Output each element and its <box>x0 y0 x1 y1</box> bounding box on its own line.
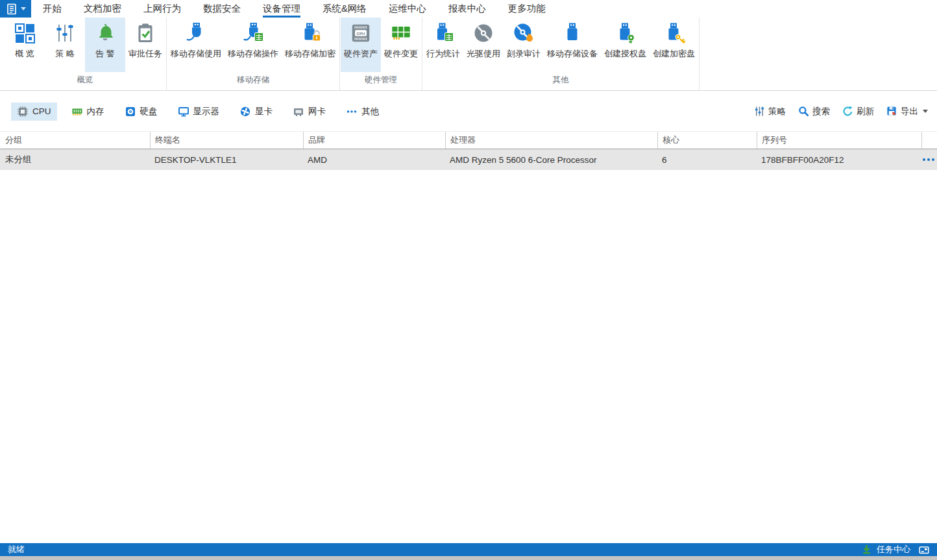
menu-tab-doc-encrypt[interactable]: 文档加密 <box>84 0 121 18</box>
ribbon-button-label: 概 览 <box>15 48 34 60</box>
ribbon-button-removable-operations[interactable]: 移动存储操作 <box>225 18 282 72</box>
menu-tab-device-management[interactable]: 设备管理 <box>263 0 300 18</box>
task-center-label: 任务中心 <box>877 544 910 555</box>
ribbon-button-label: 移动存储使用 <box>171 48 221 60</box>
ribbon-button-approval-tasks[interactable]: 审批任务 <box>125 18 165 72</box>
app-menu-button[interactable] <box>0 0 31 18</box>
network-card-icon <box>293 106 304 117</box>
ribbon-button-removable-devices[interactable]: 移动存储设备 <box>544 18 601 72</box>
column-header-terminal-name[interactable]: 终端名 <box>150 132 303 149</box>
ribbon-button-label: 告 警 <box>95 48 115 60</box>
search-button[interactable]: 搜索 <box>798 106 830 117</box>
usb-stick-icon <box>561 21 583 45</box>
menu-tabs: 开始 文档加密 上网行为 数据安全 设备管理 系统&网络 运维中心 报表中心 更… <box>43 0 546 18</box>
clipboard-check-icon <box>134 21 156 45</box>
filter-label: 显示器 <box>193 106 220 117</box>
menu-tab-data-security[interactable]: 数据安全 <box>203 0 241 18</box>
column-header-actions <box>921 132 937 149</box>
export-button[interactable]: 导出 <box>886 106 928 117</box>
column-header-cores[interactable]: 核心 <box>657 132 757 149</box>
row-more-actions-button[interactable] <box>921 157 937 162</box>
ribbon-group-other: 行为统计 光驱使用 <box>422 18 700 90</box>
filter-label: 硬盘 <box>140 106 158 117</box>
export-icon <box>886 106 897 117</box>
cell-brand: AMD <box>303 155 445 165</box>
filter-monitor[interactable]: 显示器 <box>172 103 226 121</box>
menu-tab-report-center[interactable]: 报表中心 <box>448 0 486 18</box>
gpu-fan-icon <box>239 106 251 117</box>
download-icon <box>861 544 872 555</box>
search-icon <box>798 106 809 117</box>
filter-label: 网卡 <box>308 106 326 117</box>
menubar: 开始 文档加密 上网行为 数据安全 设备管理 系统&网络 运维中心 报表中心 更… <box>0 0 937 18</box>
ribbon: 概 览 策 略 <box>0 18 937 91</box>
menu-tab-web-behavior[interactable]: 上网行为 <box>143 0 181 18</box>
bottom-edge-strip <box>0 556 937 560</box>
ribbon-group-hardware-management: CPU 硬件资产 <box>340 18 422 90</box>
harddisk-icon <box>125 106 136 117</box>
ribbon-button-policy[interactable]: 策 略 <box>45 18 85 72</box>
menu-tab-system-network[interactable]: 系统&网络 <box>322 0 367 18</box>
filter-label: 其他 <box>361 106 379 117</box>
ribbon-button-create-encrypted-disk[interactable]: 创建加密盘 <box>650 18 698 72</box>
filter-label: CPU <box>32 106 51 116</box>
sliders-icon <box>54 21 76 45</box>
column-header-serial[interactable]: 序列号 <box>757 132 921 149</box>
action-label: 策略 <box>768 106 786 117</box>
chevron-down-icon <box>923 110 928 113</box>
ribbon-button-label: 光驱使用 <box>467 48 500 60</box>
memory-icon <box>71 106 83 117</box>
usb-plug-table-icon <box>242 21 264 45</box>
bell-icon <box>94 21 116 45</box>
ribbon-group-overview: 概 览 策 略 <box>4 18 167 90</box>
usb-award-icon <box>615 21 637 45</box>
menu-tab-more-features[interactable]: 更多功能 <box>508 0 546 18</box>
menu-tab-ops-center[interactable]: 运维中心 <box>389 0 426 18</box>
filter-gpu[interactable]: 显卡 <box>234 103 278 121</box>
task-center-button[interactable]: 任务中心 <box>861 544 929 555</box>
filter-other[interactable]: 其他 <box>340 103 385 121</box>
ribbon-button-removable-encryption[interactable]: 移动存储加密 <box>282 18 339 72</box>
column-header-brand[interactable]: 品牌 <box>303 132 445 149</box>
ribbon-button-label: 硬件资产 <box>344 48 378 60</box>
ribbon-button-label: 移动存储加密 <box>285 48 335 60</box>
usb-stats-icon <box>432 21 454 45</box>
filter-harddisk[interactable]: 硬盘 <box>119 103 164 121</box>
ellipsis-icon <box>922 157 935 162</box>
status-ready-text: 就绪 <box>8 544 25 555</box>
filter-memory[interactable]: 内存 <box>66 103 110 121</box>
ribbon-button-label: 刻录审计 <box>507 48 541 60</box>
usb-lock-icon <box>299 21 321 45</box>
cd-icon <box>472 21 494 45</box>
ribbon-button-optical-drive-usage[interactable]: 光驱使用 <box>463 18 504 72</box>
app-window: 开始 文档加密 上网行为 数据安全 设备管理 系统&网络 运维中心 报表中心 更… <box>0 0 937 560</box>
ribbon-button-hardware-changes[interactable]: 硬件变更 <box>381 18 421 72</box>
ribbon-button-burn-audit[interactable]: 刻录审计 <box>504 18 544 72</box>
filter-toolbar: CPU 内存 <box>0 91 937 131</box>
tray-window-icon[interactable] <box>919 545 929 555</box>
ribbon-group-label: 移动存储 <box>167 72 339 90</box>
filter-nic[interactable]: 网卡 <box>287 103 332 121</box>
refresh-icon <box>842 106 853 117</box>
cell-cores: 6 <box>657 155 757 165</box>
svg-text:CPU: CPU <box>357 31 366 36</box>
column-header-group[interactable]: 分组 <box>0 132 150 149</box>
refresh-button[interactable]: 刷新 <box>842 106 874 117</box>
ribbon-button-hardware-assets[interactable]: CPU 硬件资产 <box>341 18 381 72</box>
table-row[interactable]: 未分组 DESKTOP-VLKTLE1 AMD AMD Ryzen 5 5600… <box>0 149 937 170</box>
ribbon-button-behavior-stats[interactable]: 行为统计 <box>423 18 463 72</box>
column-header-processor[interactable]: 处理器 <box>445 132 657 149</box>
ribbon-group-label: 概览 <box>5 72 165 90</box>
ribbon-button-overview[interactable]: 概 览 <box>5 18 45 72</box>
filter-cpu[interactable]: CPU <box>11 103 57 121</box>
policy-button[interactable]: 策略 <box>754 106 786 117</box>
menu-tab-start[interactable]: 开始 <box>43 0 62 18</box>
ribbon-button-label: 移动存储设备 <box>547 48 598 60</box>
action-label: 搜索 <box>812 106 830 117</box>
filter-label: 内存 <box>87 106 104 117</box>
ribbon-button-create-authorized-disk[interactable]: 创建授权盘 <box>601 18 650 72</box>
ribbon-button-removable-usage[interactable]: 移动存储使用 <box>167 18 225 72</box>
cell-processor: AMD Ryzen 5 5600 6-Core Processor <box>445 155 657 165</box>
ribbon-button-alert[interactable]: 告 警 <box>85 18 125 72</box>
filter-label: 显卡 <box>255 106 273 117</box>
